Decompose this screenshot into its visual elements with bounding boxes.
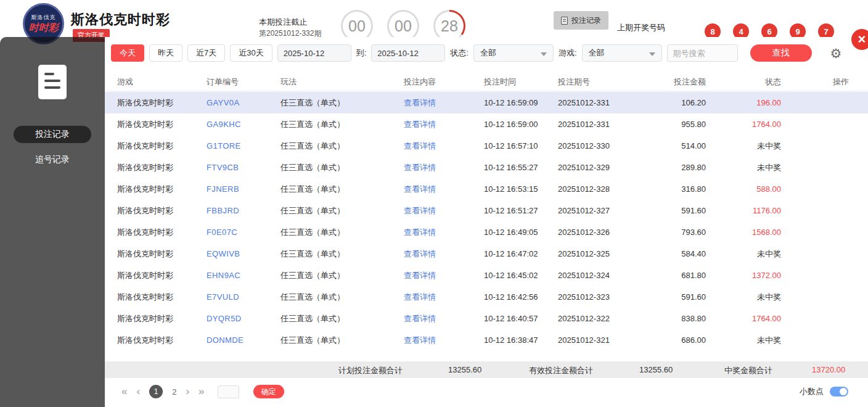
chevron-down-icon (649, 52, 655, 56)
col-header-game: 游戏 (117, 76, 207, 88)
cell-game: 斯洛伐克时时彩 (117, 313, 207, 324)
sidebar-item-chase-records[interactable]: 追号记录 (14, 151, 91, 168)
table-row[interactable]: 斯洛伐克时时彩DONMDE任三直选（单式）查看详情10-12 16:38:472… (105, 329, 868, 351)
cell-order: GAYV0A (207, 98, 280, 107)
cell-game: 斯洛伐克时时彩 (117, 184, 207, 195)
table-row[interactable]: 斯洛伐克时时彩G1TORE任三直选（单式）查看详情10-12 16:57:102… (105, 135, 868, 157)
cell-amount: 591.60 (632, 292, 706, 302)
period-search-input[interactable] (667, 44, 738, 62)
toggle-knob-icon (840, 388, 847, 395)
cell-order: G1TORE (207, 141, 280, 150)
cell-order: EQWIVB (207, 249, 280, 258)
cell-period: 20251012-325 (558, 249, 632, 258)
cell-status: 1176.00 (706, 206, 781, 215)
cell-time: 10-12 16:53:15 (484, 184, 558, 194)
win-total-label: 中奖金额合计 (724, 365, 772, 376)
view-detail-link[interactable]: 查看详情 (404, 313, 484, 324)
cell-status: 1568.00 (706, 228, 781, 237)
cell-order: DONMDE (207, 335, 280, 345)
col-header-period: 投注期号 (558, 76, 632, 88)
sidebar-item-bet-records[interactable]: 投注记录 (14, 126, 91, 143)
cell-amount: 514.00 (632, 141, 706, 150)
date-to-input[interactable] (371, 44, 445, 62)
table-row[interactable]: 斯洛伐克时时彩FTV9CB任三直选（单式）查看详情10-12 16:55:272… (105, 157, 868, 178)
filter-7days-button[interactable]: 近7天 (187, 44, 225, 62)
view-detail-link[interactable]: 查看详情 (404, 227, 484, 238)
table-row[interactable]: 斯洛伐克时时彩F0E07C任三直选（单式）查看详情10-12 16:49:052… (105, 221, 868, 243)
view-detail-link[interactable]: 查看详情 (404, 141, 484, 152)
close-button[interactable]: × (851, 29, 868, 50)
summary-bar: 计划投注金额合计 13255.60 有效投注金额合计 13255.60 中奖金额… (105, 361, 868, 378)
next-page-button[interactable]: › (186, 385, 189, 398)
cell-play: 任三直选（单式） (280, 270, 404, 281)
cell-status: 未中奖 (706, 292, 781, 303)
view-detail-link[interactable]: 查看详情 (404, 162, 484, 173)
status-select[interactable]: 全部 (473, 44, 554, 62)
cell-play: 任三直选（单式） (280, 335, 404, 346)
col-header-content: 投注内容 (404, 76, 484, 88)
table-row[interactable]: 斯洛伐克时时彩EQWIVB任三直选（单式）查看详情10-12 16:47:022… (105, 243, 868, 265)
cell-game: 斯洛伐克时时彩 (117, 227, 207, 238)
cell-amount: 793.60 (632, 228, 706, 237)
cell-play: 任三直选（单式） (280, 227, 404, 238)
decimal-toggle[interactable] (830, 387, 848, 397)
bet-record-button-label: 投注记录 (571, 15, 601, 26)
first-page-button[interactable]: « (121, 385, 127, 398)
cell-period: 20251012-324 (558, 271, 632, 280)
filter-today-button[interactable]: 今天 (111, 44, 144, 62)
table-row[interactable]: 斯洛伐克时时彩FJNERB任三直选（单式）查看详情10-12 16:53:152… (105, 178, 868, 200)
cell-status: 588.00 (706, 184, 781, 194)
cell-play: 任三直选（单式） (280, 97, 404, 109)
filter-30days-button[interactable]: 近30天 (230, 44, 272, 62)
cell-status: 1764.00 (706, 120, 781, 129)
view-detail-link[interactable]: 查看详情 (404, 97, 484, 109)
table-header-row: 游戏 订单编号 玩法 投注内容 投注时间 投注期号 投注金额 状态 操作 (105, 73, 868, 91)
cell-period: 20251012-331 (558, 120, 632, 129)
filter-yesterday-button[interactable]: 昨天 (149, 44, 182, 62)
search-button[interactable]: 查找 (750, 44, 812, 62)
gear-icon[interactable]: ⚙ (830, 47, 842, 60)
cell-order: FJNERB (207, 184, 280, 194)
col-header-time: 投注时间 (484, 76, 558, 88)
view-detail-link[interactable]: 查看详情 (404, 249, 484, 260)
cell-game: 斯洛伐克时时彩 (117, 292, 207, 303)
to-label: 到: (356, 47, 367, 59)
last-draw-label: 上期开奖号码 (617, 22, 665, 33)
cell-time: 10-12 16:51:27 (484, 206, 558, 215)
view-detail-link[interactable]: 查看详情 (404, 184, 484, 195)
table-row[interactable]: 斯洛伐克时时彩GAYV0A任三直选（单式）查看详情10-12 16:59:092… (105, 92, 868, 113)
table-row[interactable]: 斯洛伐克时时彩EHN9AC任三直选（单式）查看详情10-12 16:45:022… (105, 265, 868, 286)
table-row[interactable]: 斯洛伐克时时彩E7VULD任三直选（单式）查看详情10-12 16:42:562… (105, 286, 868, 308)
records-table-body: 斯洛伐克时时彩GAYV0A任三直选（单式）查看详情10-12 16:59:092… (105, 92, 868, 351)
date-from-input[interactable] (277, 44, 351, 62)
page-title: 斯洛伐克时时彩 (71, 10, 170, 29)
view-detail-link[interactable]: 查看详情 (404, 205, 484, 216)
view-detail-link[interactable]: 查看详情 (404, 335, 484, 346)
view-detail-link[interactable]: 查看详情 (404, 292, 484, 303)
cell-order: FTV9CB (207, 163, 280, 172)
cell-game: 斯洛伐克时时彩 (117, 270, 207, 281)
decimal-toggle-group: 小数点 (800, 382, 848, 401)
table-row[interactable]: 斯洛伐克时时彩FBBJRD任三直选（单式）查看详情10-12 16:51:272… (105, 200, 868, 221)
table-row[interactable]: 斯洛伐克时时彩DYQR5D任三直选（单式）查看详情10-12 16:40:572… (105, 308, 868, 329)
cell-period: 20251012-330 (558, 141, 632, 150)
game-label: 游戏: (559, 47, 577, 59)
game-select[interactable]: 全部 (582, 44, 662, 62)
cell-game: 斯洛伐克时时彩 (117, 97, 207, 109)
view-detail-link[interactable]: 查看详情 (404, 270, 484, 281)
last-page-button[interactable]: » (199, 385, 204, 398)
cell-amount: 316.80 (632, 184, 706, 194)
planned-total-value: 13255.60 (448, 365, 481, 374)
bet-record-button[interactable]: 投注记录 (554, 11, 608, 30)
page-1-button[interactable]: 1 (149, 385, 163, 398)
prev-page-button[interactable]: ‹ (136, 385, 140, 398)
col-header-status: 状态 (706, 76, 781, 88)
page-2-button[interactable]: 2 (172, 387, 176, 397)
cell-order: E7VULD (207, 292, 280, 302)
screen: 斯洛伐克 时时彩 斯洛伐克时时彩 官方开奖 本期投注截止 第20251012-3… (0, 0, 868, 407)
view-detail-link[interactable]: 查看详情 (404, 119, 484, 130)
page-jump-input[interactable] (218, 385, 239, 398)
confirm-button[interactable]: 确定 (253, 385, 284, 398)
cell-order: DYQR5D (207, 314, 280, 323)
table-row[interactable]: 斯洛伐克时时彩GA9KHC任三直选（单式）查看详情10-12 16:59:002… (105, 113, 868, 135)
